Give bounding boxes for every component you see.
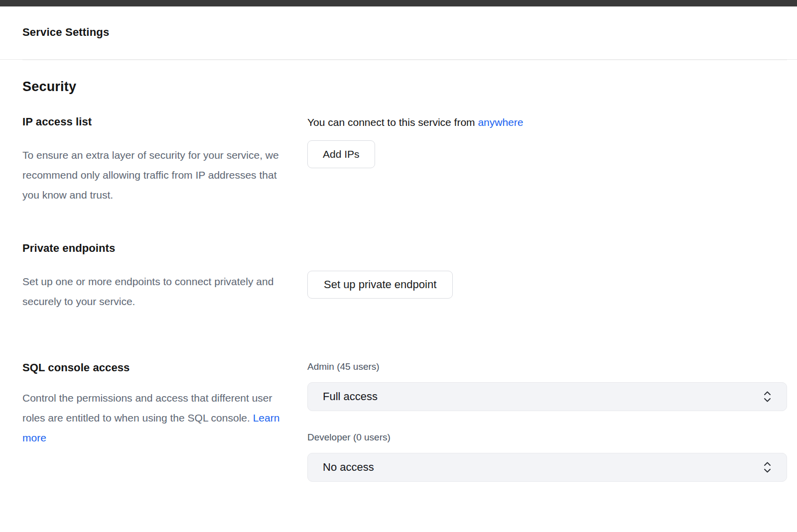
ip-access-left-column: IP access list To ensure an extra layer …: [22, 115, 307, 205]
ip-access-status-text: You can connect to this service from any…: [307, 116, 787, 128]
page-header: Service Settings: [0, 6, 797, 60]
private-endpoints-left-column: Private endpoints Set up one or more end…: [22, 242, 307, 312]
unfold-icon: [763, 461, 772, 473]
unfold-icon: [763, 391, 772, 403]
developer-access-select-value: No access: [323, 461, 374, 474]
ip-access-status-prefix: You can connect to this service from: [307, 116, 478, 128]
security-section-heading: Security: [22, 79, 787, 95]
private-endpoints-title: Private endpoints: [22, 242, 307, 255]
admin-role-label: Admin (45 users): [307, 361, 787, 372]
private-endpoints-description: Set up one or more endpoints to connect …: [22, 272, 291, 312]
add-ips-button[interactable]: Add IPs: [307, 140, 375, 168]
ip-access-description: To ensure an extra layer of security for…: [22, 145, 291, 205]
sql-console-access-description: Control the permissions and access that …: [22, 388, 291, 448]
private-endpoints-section: Private endpoints Set up one or more end…: [22, 242, 787, 312]
window-chrome-bar: [0, 0, 797, 6]
admin-access-select[interactable]: Full access: [307, 382, 787, 411]
ip-access-list-section: IP access list To ensure an extra layer …: [22, 115, 787, 205]
sql-console-description-text: Control the permissions and access that …: [22, 392, 272, 424]
developer-access-select[interactable]: No access: [307, 453, 787, 482]
security-settings-panel: Security IP access list To ensure an ext…: [22, 60, 787, 482]
page-title: Service Settings: [22, 26, 775, 39]
private-endpoints-right-column: Set up private endpoint: [307, 242, 787, 312]
anywhere-link[interactable]: anywhere: [478, 116, 523, 128]
sql-console-left-column: SQL console access Control the permissio…: [22, 361, 307, 482]
ip-access-right-column: You can connect to this service from any…: [307, 115, 787, 205]
sql-console-access-title: SQL console access: [22, 361, 307, 374]
admin-access-select-value: Full access: [323, 390, 378, 403]
set-up-private-endpoint-button[interactable]: Set up private endpoint: [307, 271, 453, 299]
ip-access-title: IP access list: [22, 115, 307, 128]
sql-console-right-column: Admin (45 users) Full access Developer (…: [307, 361, 787, 482]
developer-role-label: Developer (0 users): [307, 432, 787, 443]
sql-console-access-section: SQL console access Control the permissio…: [22, 361, 787, 482]
